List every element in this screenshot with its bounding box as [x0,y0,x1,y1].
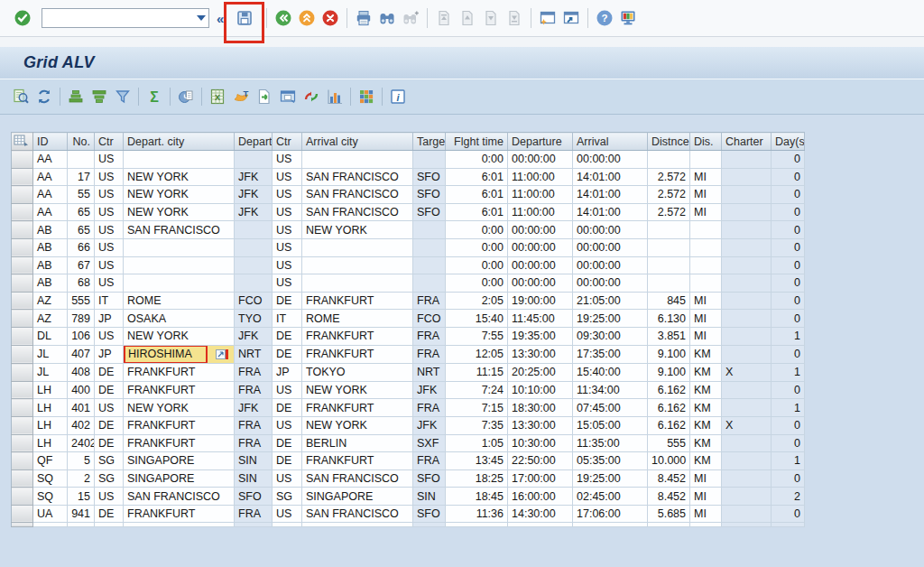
column-header-depart[interactable]: Depart [235,133,273,151]
grid-cell[interactable] [124,274,235,293]
grid-cell[interactable]: 402 [68,416,95,434]
grid-cell[interactable]: 11:34:00 [573,381,648,399]
grid-cell[interactable]: 18:45 [446,488,508,506]
matchcode-button[interactable] [216,349,226,359]
grid-cell[interactable]: 17:06:00 [573,505,648,523]
grid-cell[interactable]: TYO [235,310,273,328]
layout-button[interactable] [355,85,378,108]
excel-export-button[interactable]: X [206,85,229,108]
grid-cell[interactable]: NEW YORK [124,399,235,417]
collapse-icon[interactable]: « [217,11,224,26]
column-header-dis[interactable]: Dis. [690,133,722,151]
grid-cell[interactable]: US [273,505,302,523]
grid-cell[interactable]: SG [95,469,124,488]
grid-cell[interactable] [722,505,772,523]
grid-cell[interactable]: AZ [33,292,68,310]
grid-cell[interactable]: 2.572 [648,168,690,186]
enter-button[interactable] [11,6,34,30]
grid-cell[interactable]: 1 [772,364,805,382]
grid-cell[interactable]: US [95,238,124,256]
grid-cell[interactable]: 19:25:00 [573,469,648,488]
grid-cell[interactable]: DE [95,364,124,382]
grid-cell[interactable]: 19:35:00 [508,327,573,345]
grid-cell[interactable]: SIN [235,469,273,488]
row-selector[interactable] [12,488,33,506]
grid-cell[interactable]: KM [690,345,722,364]
grid-cell[interactable]: 408 [68,364,95,382]
grid-cell[interactable]: 16:00:00 [508,488,573,506]
grid-cell[interactable]: 11:35:00 [573,434,648,452]
grid-cell[interactable]: SFO [413,469,446,488]
grid-cell[interactable]: SAN FRANCISCO [302,203,413,221]
grid-cell[interactable] [302,151,413,169]
grid-cell[interactable] [648,151,690,169]
grid-cell[interactable]: DE [95,505,124,523]
grid-cell[interactable]: SFO [413,505,446,523]
grid-cell[interactable]: OSAKA [124,310,235,328]
grid-cell[interactable]: US [95,221,124,239]
grid-cell[interactable]: KM [690,416,722,434]
grid-cell[interactable]: 13:30:00 [508,345,573,364]
grid-cell[interactable]: 15:40:00 [573,364,648,382]
grid-cell[interactable]: 55 [68,186,95,204]
grid-cell[interactable]: JFK [413,416,446,434]
grid-cell[interactable]: MI [690,469,722,488]
grid-cell[interactable]: MI [690,292,722,310]
grid-cell[interactable]: US [95,256,124,274]
grid-cell[interactable]: DE [273,452,302,470]
grid-cell[interactable]: 5.685 [648,505,690,523]
grid-cell[interactable]: MI [690,505,722,523]
grid-cell[interactable]: DE [273,292,302,310]
grid-cell[interactable]: JFK [413,381,446,399]
column-header-ctr[interactable]: Ctr [95,133,124,151]
grid-cell[interactable]: DE [273,399,302,417]
grid-cell[interactable]: 11:00:00 [508,186,573,204]
grid-cell[interactable]: US [273,221,302,239]
grid-cell[interactable] [68,151,95,169]
grid-cell[interactable]: AB [33,274,68,293]
grid-cell[interactable]: SFO [413,186,446,204]
grid-cell[interactable]: NEW YORK [124,203,235,221]
grid-cell[interactable]: US [273,469,302,488]
grid-cell[interactable] [648,256,690,274]
details-button[interactable] [9,85,32,108]
grid-cell[interactable]: 05:35:00 [573,452,648,470]
help-button[interactable]: ? [593,6,616,30]
grid-cell[interactable]: FCO [413,310,446,328]
grid-cell[interactable] [722,238,772,256]
grid-cell[interactable]: ROME [302,310,413,328]
grid-cell[interactable]: 8.452 [648,469,690,488]
grid-cell[interactable]: MI [690,488,722,506]
grid-cell[interactable] [413,238,446,256]
grid-cell[interactable]: SAN FRANCISCO [124,488,235,506]
grid-cell[interactable]: 00:00:00 [508,256,573,274]
grid-cell[interactable]: MI [690,327,722,345]
grid-cell[interactable]: 00:00:00 [508,274,573,293]
grid-cell[interactable]: 0 [772,238,805,256]
grid-cell[interactable]: SINGAPORE [124,469,235,488]
sort-ascending-button[interactable] [64,85,88,108]
grid-cell[interactable]: 00:00:00 [573,238,648,256]
grid-cell[interactable]: 0:00 [446,221,508,239]
grid-cell[interactable] [690,274,722,293]
exit-button[interactable] [295,6,319,30]
grid-cell[interactable] [235,151,273,169]
grid-cell[interactable]: FRANKFURT [302,399,413,417]
grid-cell[interactable] [302,274,413,293]
grid-cell[interactable]: SFO [413,203,446,221]
column-header-day-s[interactable]: Day(s) [772,133,805,151]
sum-button[interactable]: Σ [143,85,166,108]
grid-cell[interactable]: 0 [772,168,805,186]
grid-cell[interactable]: 6.162 [648,381,690,399]
grid-cell[interactable]: LH [33,434,68,452]
grid-cell[interactable] [690,256,722,274]
grid-cell[interactable]: FRA [413,327,446,345]
row-selector[interactable] [12,505,33,523]
grid-cell[interactable]: US [95,203,124,221]
grid-cell[interactable]: 0 [772,345,805,364]
row-selector[interactable] [12,203,33,221]
grid-cell[interactable]: 00:00:00 [508,221,573,239]
grid-cell[interactable]: 2:05 [446,292,508,310]
grid-cell[interactable]: 555 [648,434,690,452]
grid-cell[interactable]: X [722,416,772,434]
